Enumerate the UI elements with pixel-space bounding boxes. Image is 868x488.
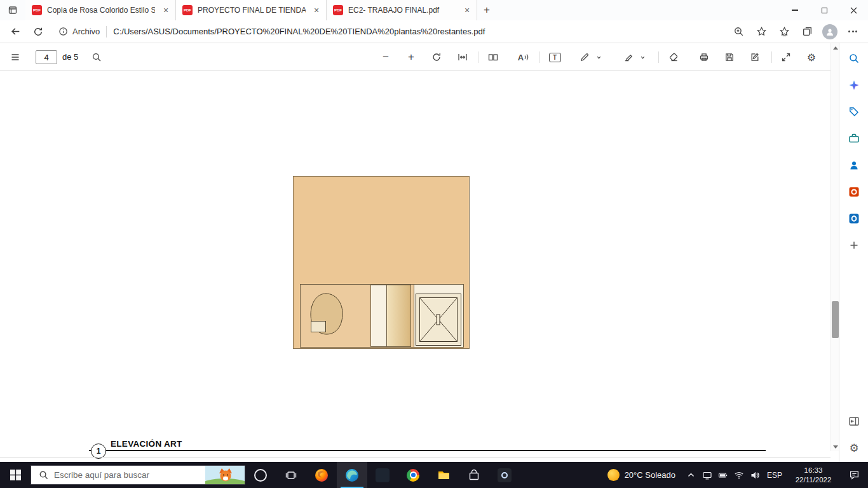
dark-app-icon[interactable] <box>367 462 398 488</box>
read-aloud-icon[interactable]: A <box>515 48 532 66</box>
edge-sidebar: ⚙ <box>839 43 868 462</box>
cortana-icon[interactable] <box>245 462 276 488</box>
maximize-button[interactable] <box>810 0 839 20</box>
date-label: 22/11/2022 <box>787 475 840 485</box>
search-icon <box>39 470 48 480</box>
microsoft-store-icon[interactable] <box>459 462 489 488</box>
draw-pen-dropdown-icon[interactable] <box>593 52 604 62</box>
sidebar-m365-person-icon[interactable] <box>846 158 862 173</box>
action-center-icon[interactable] <box>840 462 868 488</box>
back-icon[interactable] <box>4 22 27 42</box>
tab-title: Copia de Rosa Colorido Estilo Se <box>47 6 155 15</box>
pdf-settings-gear-icon[interactable]: ⚙ <box>803 48 820 66</box>
app-icon-2[interactable] <box>489 462 520 488</box>
edge-icon[interactable] <box>337 462 367 488</box>
tab-title: EC2- TRABAJO FINAL.pdf <box>348 6 456 15</box>
task-view-icon[interactable] <box>276 462 306 488</box>
show-hidden-icons-caret[interactable] <box>683 462 699 488</box>
battery-tray-icon[interactable] <box>715 462 731 488</box>
sidebar-shopping-tag-icon[interactable] <box>846 104 862 119</box>
firefox-icon[interactable] <box>306 462 337 488</box>
page-number-input[interactable] <box>36 50 57 64</box>
close-button[interactable] <box>839 0 868 20</box>
page-bottom-edge <box>0 457 831 458</box>
edge-window: PDF Copia de Rosa Colorido Estilo Se × P… <box>0 0 868 488</box>
sidebar-outlook-icon[interactable] <box>846 211 862 226</box>
refresh-icon[interactable] <box>27 22 50 42</box>
architectural-elevation-drawing <box>293 176 470 350</box>
weather-text: 20°C Soleado <box>625 470 675 480</box>
zoom-out-icon[interactable]: − <box>377 48 395 66</box>
pdf-toolbar: de 5 − + A T <box>0 43 831 71</box>
chrome-icon[interactable] <box>398 462 428 488</box>
file-permission-chip[interactable]: Archivo <box>58 27 100 36</box>
sun-icon <box>607 469 620 481</box>
minimize-button[interactable] <box>780 0 810 20</box>
display-tray-icon[interactable] <box>699 462 715 488</box>
add-text-icon[interactable]: T <box>546 48 564 66</box>
windows-taskbar: 20°C Soleado ESP 16:33 22/11/2022 <box>0 462 868 488</box>
pdf-file-icon: PDF <box>32 5 42 15</box>
pdf-file-icon: PDF <box>333 5 343 15</box>
weather-widget[interactable]: 20°C Soleado <box>600 462 683 488</box>
divider <box>771 51 772 63</box>
new-tab-button[interactable]: + <box>477 1 496 20</box>
url-text[interactable]: C:/Users/ASUS/Documents/PROYECTO%20FINAL… <box>113 27 727 36</box>
browser-tab-3[interactable]: PDF EC2- TRABAJO FINAL.pdf × <box>327 0 477 20</box>
search-highlight-fox-image[interactable] <box>205 466 245 484</box>
info-icon <box>58 27 68 36</box>
highlighter-icon[interactable] <box>620 48 637 66</box>
pdf-file-icon: PDF <box>182 5 193 15</box>
language-indicator[interactable]: ESP <box>763 471 787 480</box>
divider <box>478 51 478 63</box>
clock-widget[interactable]: 16:33 22/11/2022 <box>787 466 840 485</box>
scrollbar-thumb[interactable] <box>832 301 839 338</box>
profile-avatar[interactable] <box>818 22 841 42</box>
sidebar-office-app-icon[interactable] <box>846 184 862 200</box>
fullscreen-icon[interactable] <box>777 48 795 66</box>
sidebar-search-icon[interactable] <box>846 51 862 66</box>
wifi-tray-icon[interactable] <box>731 462 747 488</box>
favorites-bar-icon[interactable] <box>773 22 796 42</box>
draw-pen-icon[interactable] <box>576 48 593 66</box>
tab-close-icon[interactable]: × <box>311 4 322 16</box>
divider <box>539 51 540 63</box>
page-count-label: de 5 <box>62 52 78 62</box>
browser-tab-2-active[interactable]: PDF PROYECTO FINAL DE TIENDA pla × <box>176 0 327 20</box>
sidebar-copilot-icon[interactable] <box>846 78 862 93</box>
divider <box>658 51 659 63</box>
settings-more-icon[interactable] <box>841 22 864 42</box>
save-as-edit-icon[interactable] <box>746 48 764 66</box>
time-label: 16:33 <box>787 466 840 475</box>
fit-to-width-icon[interactable] <box>454 48 471 66</box>
rotate-icon[interactable] <box>428 48 445 66</box>
start-button[interactable] <box>0 462 31 488</box>
taskbar-search-box[interactable] <box>31 465 245 485</box>
sidebar-panel-toggle-icon[interactable] <box>846 414 862 429</box>
pdf-vertical-scrollbar[interactable] <box>831 43 839 451</box>
volume-tray-icon[interactable] <box>747 462 763 488</box>
toc-menu-icon[interactable] <box>6 48 24 66</box>
tab-actions-menu-icon[interactable] <box>0 0 25 20</box>
browser-tab-1[interactable]: PDF Copia de Rosa Colorido Estilo Se × <box>25 0 176 20</box>
taskbar-search-input[interactable] <box>54 470 194 480</box>
print-icon[interactable] <box>695 48 713 66</box>
page-view-icon[interactable] <box>484 48 502 66</box>
view-title: ELEVACIÓN ART <box>111 439 182 449</box>
zoom-icon[interactable] <box>727 22 750 42</box>
sidebar-settings-gear-icon[interactable]: ⚙ <box>846 440 862 456</box>
tab-close-icon[interactable]: × <box>160 4 172 16</box>
zoom-in-icon[interactable]: + <box>402 48 420 66</box>
save-icon[interactable] <box>721 48 738 66</box>
collections-icon[interactable] <box>796 22 818 42</box>
divider <box>106 26 107 37</box>
eraser-icon[interactable] <box>665 48 682 66</box>
sidebar-tools-briefcase-icon[interactable] <box>846 131 862 146</box>
tab-close-icon[interactable]: × <box>461 4 473 16</box>
file-explorer-icon[interactable] <box>428 462 459 488</box>
favorites-star-icon[interactable] <box>750 22 773 42</box>
view-title-rule <box>89 450 766 451</box>
search-document-icon[interactable] <box>88 48 105 66</box>
sidebar-add-icon[interactable] <box>846 238 862 253</box>
highlighter-dropdown-icon[interactable] <box>637 52 648 62</box>
